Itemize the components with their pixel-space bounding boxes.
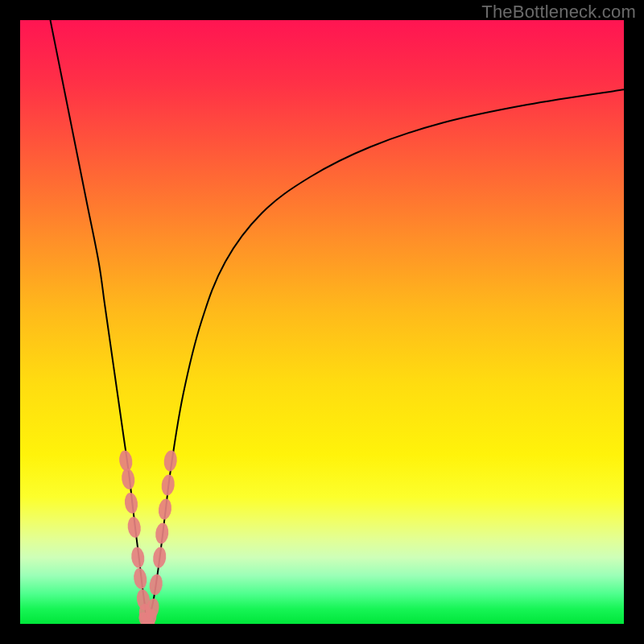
plot-area	[20, 20, 624, 624]
watermark-text: TheBottleneck.com	[481, 2, 636, 23]
outer-frame: TheBottleneck.com	[0, 0, 644, 644]
chart-canvas	[20, 20, 624, 624]
gradient-background	[20, 20, 624, 624]
